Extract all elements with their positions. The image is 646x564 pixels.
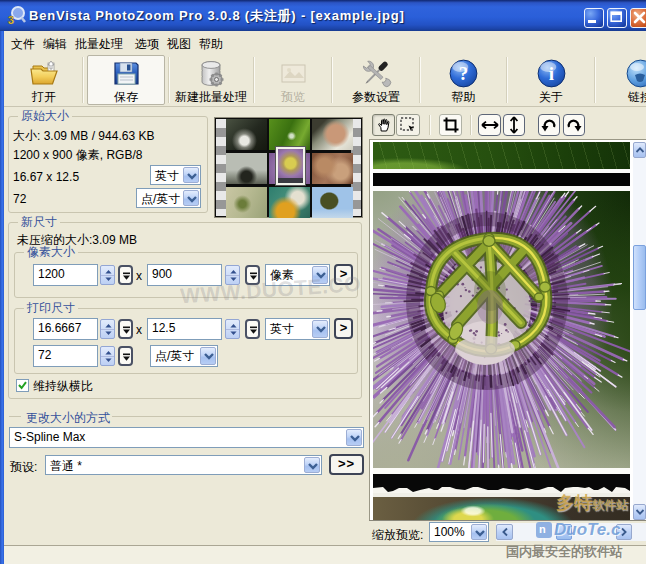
svg-text:3: 3: [8, 14, 14, 26]
svg-text:?: ?: [459, 63, 469, 84]
svg-text:i: i: [548, 63, 553, 84]
